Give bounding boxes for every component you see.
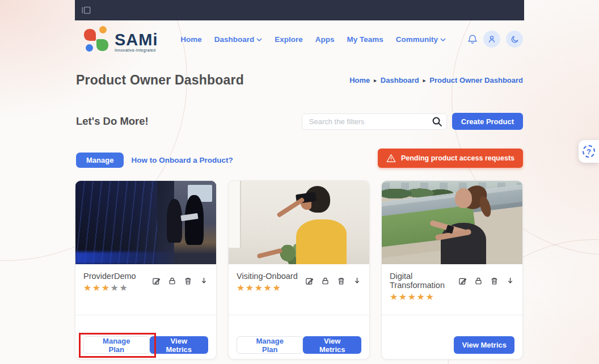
- delete-icon[interactable]: [337, 277, 345, 285]
- product-image-server-room[interactable]: [75, 181, 216, 264]
- delete-icon[interactable]: [184, 277, 192, 285]
- pending-requests-button[interactable]: Pending product access requests: [378, 149, 523, 168]
- create-product-button[interactable]: Create Product: [452, 113, 523, 130]
- nav-explore-label: Explore: [275, 35, 303, 44]
- nav-my-teams[interactable]: My Teams: [347, 35, 383, 44]
- breadcrumb-separator: ▸: [423, 78, 426, 83]
- image-art: [276, 197, 305, 217]
- lock-icon[interactable]: [321, 277, 330, 285]
- nav-community[interactable]: Community: [396, 35, 446, 44]
- breadcrumb-current[interactable]: Product Owner Dashboard: [429, 76, 523, 84]
- card-body: Visiting-Onboard ★★★★★: [229, 264, 369, 293]
- card-footer: View Metrics: [390, 336, 514, 354]
- view-metrics-button[interactable]: View Metrics: [454, 336, 514, 354]
- rating-stars: ★★★★★: [390, 293, 458, 302]
- card-footer: Manage Plan View Metrics: [237, 336, 361, 354]
- lock-icon[interactable]: [168, 277, 176, 285]
- manage-button[interactable]: Manage: [76, 153, 124, 168]
- edit-icon[interactable]: [152, 277, 161, 285]
- stars-empty: ★★: [111, 283, 129, 293]
- product-card-visiting-onboard: Visiting-Onboard ★★★★★ Manage Plan: [228, 180, 370, 359]
- logo-text: SAMi Innovative-Integrated: [115, 32, 158, 52]
- card-footer: Manage Plan View Metrics: [83, 336, 208, 354]
- logo-shape: [84, 29, 96, 41]
- rating-stars: ★★★★★: [83, 283, 136, 293]
- moon-icon: [511, 35, 519, 44]
- card-action-icons: [152, 277, 208, 285]
- product-title: Visiting-Onboard: [237, 272, 298, 281]
- bell-icon: [467, 34, 478, 44]
- nav-explore[interactable]: Explore: [275, 35, 303, 44]
- breadcrumb-dashboard[interactable]: Dashboard: [381, 76, 419, 84]
- product-card-providerdemo: ProviderDemo ★★★★★ Manage: [75, 180, 217, 359]
- logo-title: SAMi: [115, 32, 158, 47]
- breadcrumb-separator: ▸: [374, 78, 377, 83]
- user-icon: [487, 35, 496, 44]
- nav-apps-label: Apps: [315, 35, 335, 44]
- view-metrics-button[interactable]: View Metrics: [303, 336, 361, 354]
- dark-mode-toggle[interactable]: [506, 31, 523, 48]
- logo-subtitle: Innovative-Integrated: [115, 48, 158, 52]
- download-icon[interactable]: [200, 277, 208, 285]
- stars-filled: ★★★★★: [390, 292, 435, 302]
- edit-icon[interactable]: [458, 277, 467, 285]
- onboard-help-link[interactable]: How to Onboard a Product?: [131, 156, 233, 164]
- card-action-icons: [305, 277, 361, 285]
- sami-logo[interactable]: SAMi Innovative-Integrated: [84, 26, 158, 52]
- product-title: ProviderDemo: [83, 272, 136, 281]
- product-card-digital-transformation: Digital Transformation ★★★★★ View Metri: [381, 180, 523, 359]
- product-title: Digital Transformation: [390, 272, 458, 290]
- card-body: ProviderDemo ★★★★★: [75, 264, 216, 293]
- nav-community-label: Community: [396, 35, 438, 44]
- card-divider: [229, 315, 369, 315]
- sidebar-toggle-icon[interactable]: [81, 5, 92, 15]
- profile-button[interactable]: [483, 31, 500, 48]
- nav-dashboard-label: Dashboard: [214, 35, 255, 44]
- product-image-vr-headset[interactable]: [229, 181, 369, 264]
- search-and-create: Create Product: [302, 113, 523, 130]
- image-art: [296, 219, 347, 264]
- actions-left: Manage How to Onboard a Product?: [76, 153, 233, 168]
- embedded-dark-bar: [75, 0, 524, 20]
- actions-row: Manage How to Onboard a Product? Pending…: [75, 149, 524, 168]
- help-icon: ?: [583, 145, 595, 158]
- product-cards: ProviderDemo ★★★★★ Manage: [75, 180, 524, 359]
- view-metrics-button[interactable]: View Metrics: [150, 336, 208, 354]
- breadcrumb: Home ▸ Dashboard ▸ Product Owner Dashboa…: [349, 76, 523, 84]
- manage-plan-button[interactable]: Manage Plan: [237, 336, 303, 354]
- manage-plan-button[interactable]: Manage Plan: [83, 336, 150, 354]
- logo-shape: [86, 44, 93, 52]
- site-header: SAMi Innovative-Integrated Home Dashboar…: [75, 20, 524, 58]
- download-icon[interactable]: [353, 277, 361, 285]
- header-icon-buttons: [467, 31, 523, 48]
- nav-home[interactable]: Home: [180, 35, 202, 44]
- card-divider: [75, 315, 216, 315]
- nav-dashboard[interactable]: Dashboard: [214, 35, 263, 44]
- nav-my-teams-label: My Teams: [347, 35, 383, 44]
- search-box: [302, 113, 447, 130]
- logo-shape: [96, 39, 108, 51]
- search-icon[interactable]: [432, 116, 442, 129]
- stars-filled: ★★★★★: [237, 283, 281, 293]
- rating-stars: ★★★★★: [237, 283, 298, 293]
- notifications-button[interactable]: [467, 34, 478, 44]
- sami-logo-icon: [84, 26, 109, 52]
- delete-icon[interactable]: [490, 277, 499, 285]
- image-art: [75, 252, 177, 264]
- product-image-fitness-watch[interactable]: [382, 181, 522, 264]
- page-subtitle: Let's Do More!: [76, 115, 149, 128]
- download-icon[interactable]: [506, 277, 514, 285]
- page: SAMi Innovative-Integrated Home Dashboar…: [0, 0, 599, 364]
- image-art: [229, 181, 241, 248]
- breadcrumb-home[interactable]: Home: [349, 76, 370, 84]
- title-row: Product Owner Dashboard Home ▸ Dashboard…: [75, 73, 524, 88]
- nav-apps[interactable]: Apps: [315, 35, 335, 44]
- lock-icon[interactable]: [474, 277, 483, 285]
- help-tab-button[interactable]: ?: [579, 140, 599, 163]
- card-body: Digital Transformation ★★★★★: [382, 264, 522, 302]
- subtitle-row: Let's Do More! Create Product: [75, 113, 524, 130]
- search-input[interactable]: [302, 113, 447, 130]
- image-art: [256, 248, 282, 259]
- edit-icon[interactable]: [305, 277, 314, 285]
- card-action-icons: [458, 277, 514, 285]
